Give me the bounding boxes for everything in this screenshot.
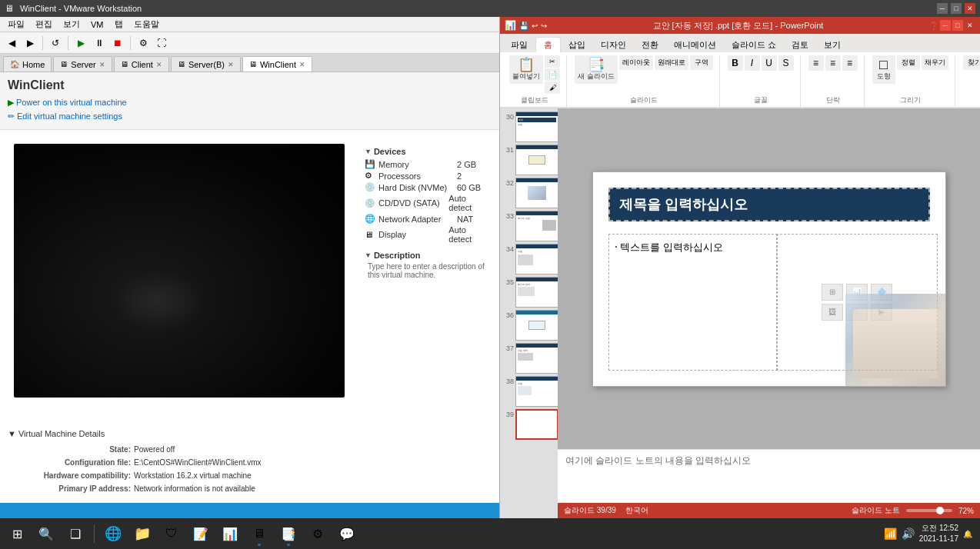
menu-help[interactable]: 도움말 (129, 18, 164, 31)
ribbon-section[interactable]: 구역 (690, 55, 713, 70)
ppt-redo[interactable]: ↪ (541, 22, 547, 30)
taskbar-security[interactable]: 🛡 (158, 520, 185, 547)
taskbar-search[interactable]: 🔍 (32, 520, 60, 547)
ppt-tab-home[interactable]: 홈 (535, 37, 561, 52)
toolbar-refresh[interactable]: ↺ (47, 35, 64, 52)
ribbon-arrange[interactable]: 정렬 (897, 55, 920, 70)
slide-panel[interactable]: 30 제목 내용 31 (500, 108, 558, 518)
ppt-tab-design[interactable]: 디자인 (593, 37, 634, 52)
toolbar-back[interactable]: ◀ (3, 35, 20, 52)
tab-winclient-close[interactable]: ✕ (299, 61, 305, 68)
toolbar-fullscreen[interactable]: ⛶ (153, 35, 170, 52)
slide-thumb-37[interactable]: 37 내용 영역 (503, 343, 555, 374)
slide-thumb-32[interactable]: 32 (503, 178, 555, 208)
taskbar-explorer[interactable]: 📁 (128, 520, 156, 547)
menu-file[interactable]: 파일 (3, 18, 29, 31)
ppt-tab-transitions[interactable]: 전환 (634, 37, 666, 52)
taskbar-excel[interactable]: 📊 (216, 520, 244, 547)
tab-client-close[interactable]: ✕ (156, 61, 162, 68)
slide-thumb-38[interactable]: 38 내용 (503, 376, 555, 407)
slide-thumb-34[interactable]: 34 내용 (503, 244, 555, 274)
ribbon-underline[interactable]: U (762, 55, 777, 71)
tab-serverb[interactable]: 🖥 Server(B) ✕ (171, 56, 241, 72)
ribbon-bold[interactable]: B (728, 55, 743, 71)
taskbar-taskview[interactable]: ❑ (62, 520, 89, 547)
devices-toggle[interactable]: ▼ (365, 148, 372, 155)
slide-thumb-39[interactable]: 39 (503, 409, 555, 440)
tab-server[interactable]: 🖥 Server ✕ (53, 56, 112, 72)
ppt-maximize[interactable]: □ (952, 20, 963, 31)
notifications-icon[interactable]: 🔔 (963, 530, 972, 538)
ribbon-find[interactable]: 찾기 (963, 55, 980, 70)
ribbon-new-slide[interactable]: 📑 새 슬라이드 (575, 55, 618, 84)
slide-bullet-textbox[interactable]: • 텍스트를 입력하십시오 (608, 234, 778, 371)
vm-screenshot[interactable] (14, 144, 345, 398)
ribbon-copy[interactable]: 📄 (545, 68, 560, 81)
ribbon-reset[interactable]: 원래대로 (655, 55, 688, 70)
taskbar-vmware[interactable]: 🖥 (245, 520, 273, 547)
menu-view[interactable]: 보기 (58, 18, 85, 31)
ribbon-align-right[interactable]: ≡ (842, 55, 858, 71)
tab-server-close[interactable]: ✕ (99, 61, 105, 68)
ribbon-strikethrough[interactable]: S (778, 55, 794, 71)
minimize-button[interactable]: ─ (937, 3, 948, 14)
description-toggle[interactable]: ▼ (365, 251, 372, 259)
ppt-tab-review[interactable]: 검토 (784, 37, 816, 52)
start-button[interactable]: ⊞ (3, 520, 31, 547)
menu-vm[interactable]: VM (86, 19, 108, 30)
ribbon-italic[interactable]: I (745, 55, 760, 71)
taskbar-edge[interactable]: 🌐 (99, 520, 127, 547)
ribbon-shapes[interactable]: □ 도형 (872, 55, 895, 84)
slide-thumb-36[interactable]: 36 (503, 310, 555, 341)
vmd-state-value: Powered off (134, 443, 175, 456)
ppt-slide-container[interactable]: 제목을 입력하십시오 • 텍스트를 입력하십시오 (558, 108, 980, 449)
vmd-header[interactable]: ▼ Virtual Machine Details (8, 428, 492, 440)
ppt-undo[interactable]: ↩ (532, 22, 538, 30)
ribbon-align-left[interactable]: ≡ (808, 55, 824, 71)
toolbar-forward[interactable]: ▶ (22, 35, 38, 52)
ribbon-format-paint[interactable]: 🖌 (545, 82, 560, 94)
close-button[interactable]: ✕ (965, 3, 975, 14)
slide-title-textbox[interactable]: 제목을 입력하십시오 (608, 188, 930, 221)
taskbar-notepad[interactable]: 📝 (187, 520, 215, 547)
taskbar-teams[interactable]: 💬 (333, 520, 361, 547)
ribbon-paste[interactable]: 📋 붙여넣기 (509, 55, 543, 84)
edit-settings-link[interactable]: ✏ Edit virtual machine settings (8, 109, 492, 123)
ppt-minimize[interactable]: ─ (940, 20, 951, 31)
tab-winclient[interactable]: 🖥 WinClient ✕ (242, 56, 312, 72)
tab-home[interactable]: 🏠 Home (3, 56, 52, 72)
ribbon-fill[interactable]: 채우기 (922, 55, 948, 70)
menu-edit[interactable]: 편집 (31, 18, 57, 31)
toolbar-stop[interactable]: ⏹ (109, 35, 126, 52)
devices-label: Devices (374, 147, 406, 156)
menu-tabs[interactable]: 탭 (110, 18, 128, 31)
ppt-tab-slideshow[interactable]: 슬라이드 쇼 (724, 37, 784, 52)
ppt-tab-animations[interactable]: 애니메이션 (666, 37, 724, 52)
description-text[interactable]: Type here to enter a description of this… (365, 262, 487, 279)
ppt-quick-save[interactable]: 💾 (519, 22, 528, 30)
tab-serverb-close[interactable]: ✕ (228, 61, 234, 68)
slide-thumb-35[interactable]: 35 텍스트 영역 (503, 277, 555, 308)
ppt-close[interactable]: ✕ (965, 20, 975, 31)
ribbon-align-center[interactable]: ≡ (825, 55, 841, 71)
taskbar-chrome[interactable]: ⚙ (304, 520, 332, 547)
ppt-tab-file[interactable]: 파일 (503, 37, 535, 52)
ribbon-cut[interactable]: ✂ (545, 55, 560, 68)
ribbon-layout[interactable]: 레이아웃 (619, 55, 653, 70)
tab-client[interactable]: 🖥 Client ✕ (114, 56, 169, 72)
power-on-link[interactable]: ▶ Power on this virtual machine (8, 95, 492, 109)
taskbar-powerpoint[interactable]: 📑 (275, 520, 302, 547)
ppt-tab-view[interactable]: 보기 (816, 37, 848, 52)
ppt-tab-insert[interactable]: 삽입 (561, 37, 593, 52)
maximize-button[interactable]: □ (951, 3, 962, 14)
toolbar-suspend[interactable]: ⏸ (91, 35, 108, 52)
ppt-active-slide[interactable]: 제목을 입력하십시오 • 텍스트를 입력하십시오 (592, 171, 946, 387)
toolbar-power[interactable]: ▶ (72, 35, 89, 52)
security-icon: 🛡 (165, 527, 178, 541)
ppt-zoom-slider[interactable] (906, 509, 952, 512)
slide-thumb-31[interactable]: 31 (503, 145, 555, 175)
ppt-notes-area[interactable]: 여기에 슬라이드 노트의 내용을 입력하십시오 (558, 449, 980, 503)
slide-thumb-30[interactable]: 30 제목 내용 (503, 111, 555, 142)
slide-thumb-33[interactable]: 33 텍스트 내용 (503, 211, 555, 241)
toolbar-settings[interactable]: ⚙ (135, 35, 152, 52)
